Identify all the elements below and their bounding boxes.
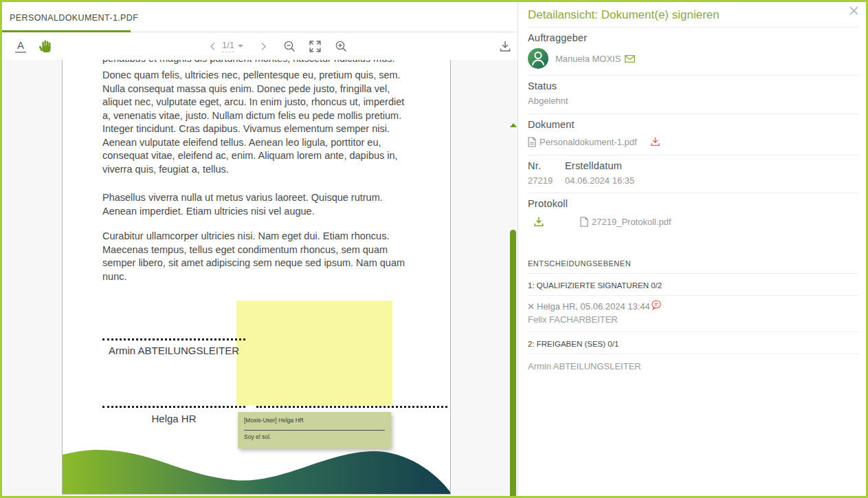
chevron-right-icon	[260, 42, 267, 51]
erstelldatum-label: Erstelldatum	[565, 155, 622, 171]
pdf-viewer-pane: PERSONALDOKUMENT-1.PDF A	[2, 2, 518, 496]
zoom-out-button[interactable]	[281, 33, 298, 59]
signer-entry-helga: Helga HR, 05.06.2024 13:44 Felix FACHARB…	[528, 296, 860, 332]
footer-wave-graphic	[63, 442, 450, 494]
entscheidungsebenen-label: ENTSCHEIDUNGSEBENEN	[528, 235, 860, 273]
tab-label: PERSONALDOKUMENT-1.PDF	[10, 13, 138, 23]
signer-felix-text: Felix FACHARBEITER	[528, 314, 860, 325]
close-panel-button[interactable]	[847, 6, 860, 18]
panel-title: Detailansicht: Dokument(e) signieren	[528, 2, 860, 27]
previous-page-button[interactable]	[207, 33, 218, 59]
text-annotation-icon: A	[15, 39, 26, 53]
dokument-row: Personaldokument-1.pdf	[528, 136, 860, 148]
dokument-label: Dokument	[528, 114, 860, 130]
download-icon-red	[650, 136, 660, 147]
mail-icon[interactable]	[625, 55, 635, 63]
document-body-text: Donec quam felis, ultricies nec, pellent…	[102, 60, 415, 283]
next-page-button[interactable]	[258, 33, 269, 59]
rejected-x-icon	[528, 303, 534, 310]
note-divider	[244, 430, 385, 431]
paragraph: Curabitur ullamcorper ultricies nisi. Na…	[102, 230, 415, 283]
signer-helga-text: Helga HR, 05.06.2024 13:44	[537, 301, 650, 312]
level-2-title: 2: FREIGABEN (SES) 0/1	[528, 332, 860, 354]
protokoll-row: 27219_Protokoll.pdf	[528, 215, 860, 228]
note-author: [Moxis-User] Helga HR	[244, 417, 385, 424]
paragraph: Phasellus viverra nulla ut metus varius …	[102, 191, 415, 218]
note-comment: Soy el sol.	[244, 433, 385, 440]
dokument-file-link[interactable]: Personaldokument-1.pdf	[539, 137, 637, 147]
zoom-out-icon	[283, 40, 296, 53]
page-indicator[interactable]: 1/1	[222, 33, 243, 59]
protokoll-label: Protokoll	[528, 193, 860, 209]
document-tab-bar: PERSONALDOKUMENT-1.PDF	[2, 2, 518, 32]
viewer-toolbar: A	[2, 33, 518, 61]
pdf-page: penatibus et magnis dis parturient monte…	[62, 60, 451, 495]
tab-bar-divider	[131, 32, 518, 32]
comment-bubble-button[interactable]	[651, 300, 662, 312]
scrollbar-thumb[interactable]	[510, 230, 516, 498]
signature-name-helga: Helga HR	[102, 413, 245, 424]
nr-value: 27219	[528, 175, 565, 186]
auftraggeber-row: Manuela MOXIS	[528, 48, 860, 69]
signer-armin-text: Armin ABTEILUNGSLEITER	[528, 354, 860, 380]
scroll-up-arrow[interactable]	[510, 123, 517, 127]
hand-pan-tool[interactable]	[36, 33, 54, 59]
text-annotation-tool[interactable]: A	[13, 33, 28, 59]
auftraggeber-label: Auftraggeber	[528, 28, 860, 43]
signature-name-armin: Armin ABTEILUNGSLEITER	[102, 345, 245, 356]
erstelldatum-value: 04.06.2024 16:35	[565, 175, 634, 186]
pdf-file-icon	[580, 217, 588, 227]
download-dokument-button[interactable]	[650, 136, 660, 149]
pdf-file-icon	[528, 137, 536, 147]
active-tab-underline	[2, 30, 131, 32]
signature-dotted-line	[102, 338, 245, 340]
download-icon	[499, 40, 511, 52]
paragraph: Donec quam felis, ultricies nec, pellent…	[102, 69, 415, 176]
nr-label: Nr.	[528, 155, 565, 171]
close-icon	[849, 6, 859, 16]
level-1-title: 1: QUALIFIZIERTE SIGNATUREN 0/2	[528, 274, 860, 295]
viewer-canvas[interactable]: penatibus et magnis dis parturient monte…	[2, 60, 518, 496]
chevron-down-icon	[238, 45, 243, 47]
signature-field-highlight[interactable]	[236, 301, 392, 405]
status-value: Abgelehnt	[528, 96, 860, 106]
zoom-in-button[interactable]	[333, 33, 349, 59]
comment-bubble-icon	[651, 300, 662, 310]
detail-panel: Detailansicht: Dokument(e) signieren Auf…	[518, 2, 866, 496]
fullscreen-button[interactable]	[307, 33, 323, 59]
chevron-left-icon	[210, 42, 216, 51]
download-protokoll-button[interactable]	[533, 216, 544, 227]
download-icon-green	[533, 216, 544, 227]
fullscreen-icon	[309, 40, 322, 53]
hand-icon	[38, 39, 53, 54]
app-window: PERSONALDOKUMENT-1.PDF A	[2, 2, 866, 496]
protokoll-file-link[interactable]: 27219_Protokoll.pdf	[592, 217, 671, 227]
tab-personaldokument[interactable]: PERSONALDOKUMENT-1.PDF	[2, 2, 138, 32]
download-document-button[interactable]	[497, 33, 513, 59]
auftraggeber-name: Manuela MOXIS	[555, 54, 621, 64]
avatar	[528, 48, 548, 69]
zoom-in-icon	[335, 40, 348, 53]
signature-dotted-line	[102, 406, 245, 408]
status-label: Status	[528, 76, 860, 91]
page-number: 1/1	[222, 40, 234, 52]
signature-dotted-line	[256, 406, 447, 408]
